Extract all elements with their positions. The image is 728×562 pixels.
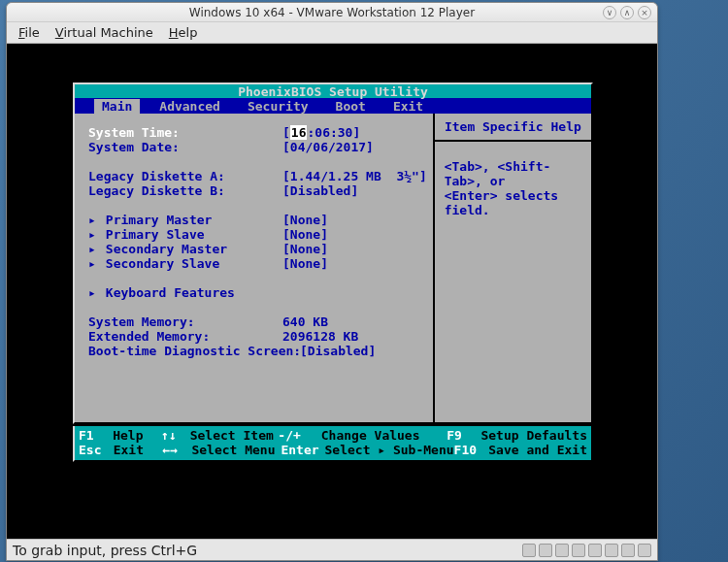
field-label: System Memory: bbox=[88, 314, 282, 329]
bios-help-panel: Item Specific Help <Tab>, <Shift-Tab>, o… bbox=[433, 114, 591, 422]
field-boot-diag[interactable]: Boot-time Diagnostic Screen: [Disabled] bbox=[88, 344, 427, 358]
triangle-icon: ▸ bbox=[88, 213, 98, 227]
field-value: [None] bbox=[282, 256, 328, 271]
bios-tab-security[interactable]: Security bbox=[234, 99, 322, 114]
field-value: [04/06/2017] bbox=[282, 140, 374, 154]
vm-display[interactable]: PhoenixBIOS Setup Utility Main Advanced … bbox=[7, 44, 657, 539]
device-icon[interactable] bbox=[621, 544, 635, 557]
bios-tab-bar: Main Advanced Security Boot Exit bbox=[73, 98, 593, 114]
device-icon[interactable] bbox=[539, 544, 552, 557]
field-legacy-diskette-a[interactable]: Legacy Diskette A: [1.44/1.25 MB 3½"] bbox=[88, 169, 427, 183]
field-value: [None] bbox=[282, 242, 328, 256]
vmware-player-window: Windows 10 x64 - VMware Workstation 12 P… bbox=[6, 2, 658, 561]
field-label: Boot-time Diagnostic Screen: bbox=[88, 344, 300, 358]
maximize-button[interactable]: ∧ bbox=[620, 6, 634, 19]
status-text: To grab input, press Ctrl+G bbox=[13, 543, 197, 558]
device-icon[interactable] bbox=[522, 544, 536, 557]
field-label: Extended Memory: bbox=[88, 329, 282, 344]
device-icon[interactable] bbox=[555, 544, 569, 557]
submenu-secondary-slave[interactable]: ▸ Secondary Slave [None] bbox=[88, 256, 427, 271]
menu-help[interactable]: Help bbox=[163, 23, 204, 42]
field-system-time[interactable]: System Time: [16:06:30] bbox=[88, 125, 427, 140]
device-icon[interactable] bbox=[572, 544, 585, 557]
field-extended-memory: Extended Memory: 2096128 KB bbox=[88, 329, 427, 344]
device-icon[interactable] bbox=[605, 544, 618, 557]
bios-tab-boot[interactable]: Boot bbox=[322, 99, 380, 114]
bios-title: PhoenixBIOS Setup Utility bbox=[73, 83, 593, 98]
status-icons bbox=[522, 544, 651, 557]
bios-body: System Time: [16:06:30] System Date: [04… bbox=[73, 114, 593, 424]
window-controls: ∨ ∧ × bbox=[603, 6, 651, 19]
device-icon[interactable] bbox=[638, 544, 651, 557]
window-title: Windows 10 x64 - VMware Workstation 12 P… bbox=[189, 6, 475, 19]
bios-footer: F1 Help ↑↓ Select Item -/+ Change Values… bbox=[73, 426, 593, 462]
triangle-icon: ▸ bbox=[378, 443, 385, 457]
field-value: 640 KB bbox=[282, 314, 328, 329]
field-system-memory: System Memory: 640 KB bbox=[88, 314, 427, 329]
statusbar: To grab input, press Ctrl+G bbox=[7, 539, 657, 560]
window-titlebar[interactable]: Windows 10 x64 - VMware Workstation 12 P… bbox=[7, 3, 657, 22]
field-label: Legacy Diskette A: bbox=[88, 169, 282, 183]
help-body: <Tab>, <Shift-Tab>, or <Enter> selects f… bbox=[435, 142, 591, 235]
field-value: [Disabled] bbox=[282, 183, 358, 198]
help-title: Item Specific Help bbox=[435, 114, 591, 142]
bios-tab-exit[interactable]: Exit bbox=[380, 99, 437, 114]
triangle-icon: ▸ bbox=[88, 256, 98, 271]
field-value: [Disabled] bbox=[300, 344, 376, 358]
field-label: System Date: bbox=[88, 140, 282, 154]
bios-tab-advanced[interactable]: Advanced bbox=[146, 99, 234, 114]
field-system-date[interactable]: System Date: [04/06/2017] bbox=[88, 140, 427, 154]
footer-row-1: F1 Help ↑↓ Select Item -/+ Change Values… bbox=[79, 428, 587, 443]
field-value: [None] bbox=[282, 227, 328, 242]
triangle-icon: ▸ bbox=[88, 242, 98, 256]
submenu-primary-slave[interactable]: ▸ Primary Slave [None] bbox=[88, 227, 427, 242]
menubar: File Virtual Machine Help bbox=[7, 22, 657, 44]
field-label: Legacy Diskette B: bbox=[88, 183, 282, 198]
field-value: [None] bbox=[282, 213, 328, 227]
submenu-secondary-master[interactable]: ▸ Secondary Master [None] bbox=[88, 242, 427, 256]
triangle-icon: ▸ bbox=[88, 285, 98, 300]
bios-main-panel: System Time: [16:06:30] System Date: [04… bbox=[75, 114, 433, 422]
submenu-primary-master[interactable]: ▸ Primary Master [None] bbox=[88, 213, 427, 227]
footer-row-2: Esc Exit ←→ Select Menu Enter Select ▸ S… bbox=[79, 443, 587, 457]
field-value: 2096128 KB bbox=[282, 329, 358, 344]
triangle-icon: ▸ bbox=[88, 227, 98, 242]
close-button[interactable]: × bbox=[638, 6, 651, 19]
menu-file[interactable]: File bbox=[13, 23, 46, 42]
field-value: [1.44/1.25 MB 3½"] bbox=[282, 169, 427, 183]
bios-tab-main[interactable]: Main bbox=[94, 99, 140, 114]
device-icon[interactable] bbox=[588, 544, 602, 557]
field-value: [16:06:30] bbox=[282, 125, 360, 140]
bios-setup: PhoenixBIOS Setup Utility Main Advanced … bbox=[73, 83, 593, 462]
field-legacy-diskette-b[interactable]: Legacy Diskette B: [Disabled] bbox=[88, 183, 427, 198]
minimize-button[interactable]: ∨ bbox=[603, 6, 616, 19]
field-label: System Time: bbox=[88, 125, 282, 140]
submenu-keyboard-features[interactable]: ▸ Keyboard Features bbox=[88, 285, 427, 300]
menu-virtual-machine[interactable]: Virtual Machine bbox=[50, 23, 159, 42]
